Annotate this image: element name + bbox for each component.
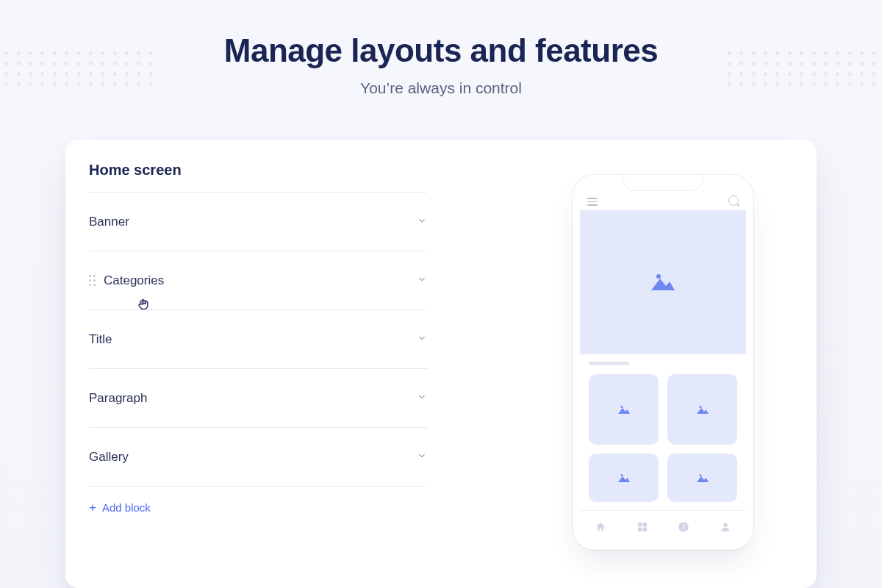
grid-icon — [637, 521, 648, 533]
add-block-label: Add block — [102, 501, 151, 514]
block-row-title[interactable]: Title — [89, 310, 427, 369]
blocks-panel: Home screen BannerCategoriesTitleParagra… — [89, 160, 442, 566]
svg-rect-5 — [638, 523, 642, 526]
chevron-down-icon[interactable] — [417, 215, 427, 229]
search-icon — [728, 196, 739, 206]
chevron-down-icon[interactable] — [417, 274, 427, 287]
panel-title: Home screen — [89, 160, 427, 192]
phone-tabbar — [580, 510, 746, 542]
chevron-down-icon[interactable] — [417, 333, 427, 346]
gallery-tile — [667, 453, 737, 502]
hamburger-icon — [587, 198, 598, 206]
home-icon — [595, 521, 606, 533]
block-label: Paragraph — [89, 391, 147, 406]
image-placeholder-icon — [696, 405, 709, 415]
gallery-tile — [667, 374, 737, 445]
page-title: Manage layouts and features — [0, 32, 882, 69]
block-row-banner[interactable]: Banner — [89, 193, 427, 251]
user-icon — [720, 521, 731, 533]
phone-notch — [623, 175, 703, 191]
gallery-tile — [589, 374, 659, 445]
svg-rect-7 — [638, 527, 642, 531]
block-row-categories[interactable]: Categories — [89, 251, 427, 310]
image-placeholder-icon — [617, 405, 631, 415]
skeleton-text — [580, 354, 746, 374]
image-placeholder-icon — [617, 473, 631, 483]
svg-point-12 — [723, 523, 727, 526]
phone-mockup — [573, 175, 753, 550]
svg-point-3 — [620, 474, 623, 476]
phone-screen — [580, 182, 746, 542]
alert-icon — [678, 521, 689, 533]
svg-point-0 — [656, 274, 661, 279]
hero-image-placeholder — [580, 210, 746, 354]
svg-rect-8 — [642, 527, 646, 531]
block-row-gallery[interactable]: Gallery — [89, 428, 427, 487]
block-label: Gallery — [89, 450, 129, 465]
svg-rect-11 — [684, 528, 684, 529]
editor-card: Home screen BannerCategoriesTitleParagra… — [65, 140, 817, 588]
svg-point-1 — [620, 406, 623, 408]
add-block-button[interactable]: + Add block — [89, 501, 427, 514]
gallery-grid — [580, 374, 746, 502]
svg-point-4 — [699, 474, 701, 476]
chevron-down-icon[interactable] — [417, 451, 427, 464]
svg-point-2 — [699, 406, 701, 408]
block-label: Title — [89, 332, 112, 347]
page-subtitle: You’re always in control — [0, 79, 882, 97]
block-label: Banner — [89, 215, 129, 229]
drag-handle-icon[interactable] — [89, 275, 98, 286]
image-placeholder-icon — [650, 273, 676, 292]
blocks-list: BannerCategoriesTitleParagraphGallery — [89, 193, 427, 487]
plus-icon: + — [89, 501, 96, 514]
block-label: Categories — [104, 273, 164, 288]
page-header: Manage layouts and features You’re alway… — [0, 0, 882, 97]
svg-rect-6 — [642, 523, 646, 526]
preview-panel — [442, 160, 790, 566]
block-row-paragraph[interactable]: Paragraph — [89, 369, 427, 428]
chevron-down-icon[interactable] — [417, 392, 427, 405]
svg-rect-10 — [684, 524, 684, 528]
image-placeholder-icon — [696, 473, 709, 483]
gallery-tile — [589, 453, 659, 502]
grab-cursor-icon — [136, 297, 151, 312]
